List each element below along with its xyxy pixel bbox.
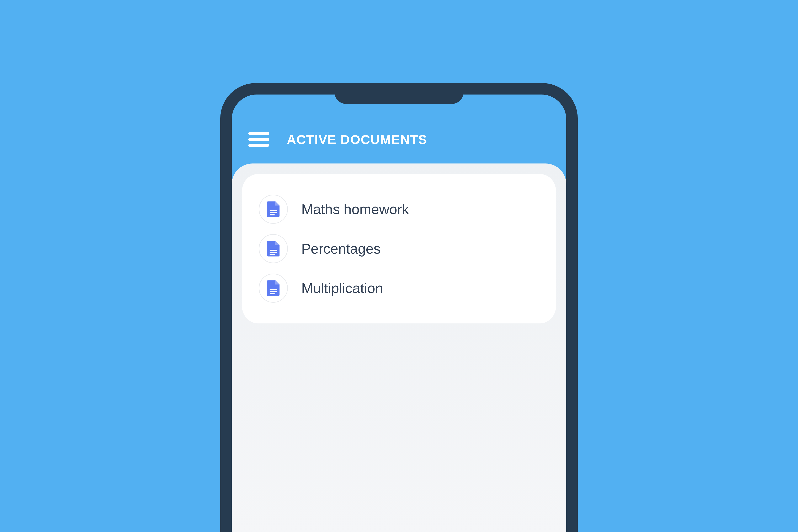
document-label: Maths homework — [301, 201, 409, 217]
svg-rect-2 — [270, 214, 275, 215]
app-header: ACTIVE DOCUMENTS — [232, 95, 566, 164]
content-area: Maths homework Percentages — [232, 164, 566, 532]
svg-rect-8 — [270, 293, 275, 294]
document-icon — [259, 195, 288, 224]
svg-rect-5 — [270, 254, 275, 255]
phone-notch — [335, 83, 463, 104]
document-item[interactable]: Maths homework — [259, 195, 539, 224]
phone-screen: ACTIVE DOCUMENTS Maths homework — [232, 95, 566, 532]
document-item[interactable]: Multiplication — [259, 273, 539, 303]
documents-card: Maths homework Percentages — [242, 174, 556, 323]
hamburger-menu-icon[interactable] — [248, 132, 269, 147]
document-label: Multiplication — [301, 280, 383, 296]
svg-rect-1 — [270, 212, 277, 213]
svg-rect-7 — [270, 291, 277, 292]
document-icon — [259, 234, 288, 263]
svg-rect-6 — [270, 289, 277, 290]
svg-rect-4 — [270, 252, 277, 253]
svg-rect-3 — [270, 250, 277, 251]
svg-rect-0 — [270, 210, 277, 211]
document-icon — [259, 273, 288, 303]
document-item[interactable]: Percentages — [259, 234, 539, 263]
document-label: Percentages — [301, 241, 381, 257]
phone-frame: ACTIVE DOCUMENTS Maths homework — [220, 83, 578, 532]
page-title: ACTIVE DOCUMENTS — [287, 132, 427, 147]
